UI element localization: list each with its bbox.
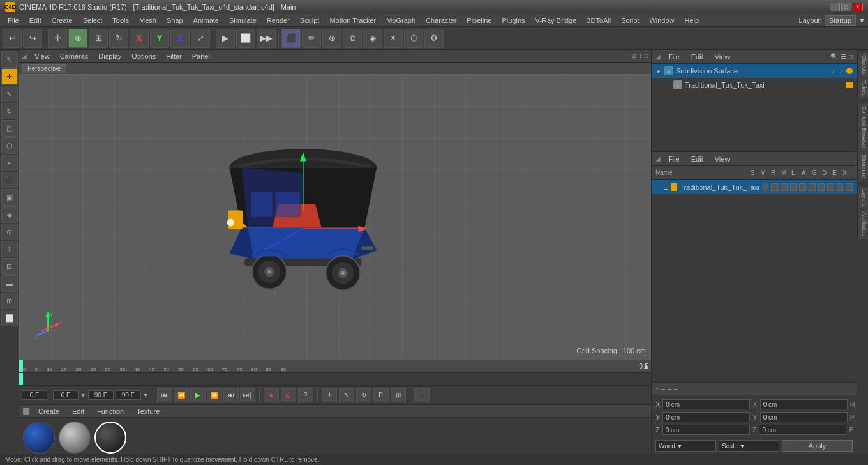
window-controls[interactable]: _ □ ✕	[830, 3, 863, 11]
material-ball-0[interactable]	[23, 422, 55, 454]
move-mode[interactable]: ✛	[1, 68, 18, 85]
menu-mesh[interactable]: Mesh	[134, 15, 161, 26]
x-axis-btn[interactable]: X	[130, 29, 149, 48]
edge-mode[interactable]: ⬛	[1, 172, 18, 188]
viewport-menu-cameras[interactable]: Cameras	[57, 52, 91, 60]
model-mode[interactable]: ◻	[1, 120, 18, 137]
end-frame-field2[interactable]	[116, 390, 141, 400]
timeline-mode[interactable]: ☰	[414, 388, 430, 402]
camera-object[interactable]: ◈	[363, 29, 382, 48]
perspective-tab[interactable]: Perspective	[22, 64, 66, 73]
attr-edit[interactable]: Edit	[687, 155, 707, 163]
obj-top-edit[interactable]: Edit	[687, 53, 707, 61]
menu-simulate[interactable]: Simulate	[224, 15, 262, 26]
layout-dropdown-icon[interactable]: ▼	[858, 17, 865, 24]
timeline-track[interactable]	[19, 373, 651, 385]
search-icon[interactable]: 🔍	[830, 53, 838, 60]
coord-x-pos[interactable]	[662, 399, 750, 409]
menu-window[interactable]: Window	[644, 15, 679, 26]
step-forward-button[interactable]: ⏩	[207, 388, 222, 402]
world-dropdown[interactable]: World ▼	[655, 440, 716, 452]
scale-tool[interactable]: ⊞	[89, 29, 108, 48]
vtab-attributes[interactable]: Attributes	[857, 210, 869, 239]
rotate-tool[interactable]: ↻	[109, 29, 128, 48]
record-toggle[interactable]: ●	[264, 388, 279, 402]
live-sel[interactable]: ⊡	[1, 258, 18, 275]
material-menu-function[interactable]: Function	[93, 408, 128, 415]
coord-z-pos[interactable]	[662, 425, 750, 435]
point-mode[interactable]: •	[1, 155, 18, 171]
fill-sel[interactable]: ⬜	[1, 310, 18, 326]
end-frame-field[interactable]	[88, 390, 114, 400]
nurbs-tool[interactable]: ⊛	[322, 29, 341, 48]
frame-scroll-arrow[interactable]: ▲	[643, 360, 650, 372]
light-object[interactable]: ☀	[384, 29, 403, 48]
menu-character[interactable]: Character	[421, 15, 461, 26]
render-region-btn[interactable]: ⬜	[236, 29, 255, 48]
3d-viewport[interactable]: Grid Spacing : 100 cm Y X Z	[19, 74, 651, 360]
menu-file[interactable]: File	[3, 15, 24, 26]
cube-primitive[interactable]: ⬛	[281, 29, 301, 48]
coord-x-rot[interactable]	[760, 399, 848, 409]
timeline-ruler[interactable]: 0 5 10 15 20 25 30 35 40 45 50 55 60 65 …	[19, 360, 651, 373]
texture-mode[interactable]: ⬡	[1, 137, 18, 154]
obj-row-subdivision[interactable]: ▶ S Subdivision Surface ✓ ✓	[652, 64, 857, 78]
scale-dropdown[interactable]: Scale ▼	[719, 440, 779, 452]
cursor-tool[interactable]: ✛	[48, 29, 67, 48]
help-button[interactable]: ?	[298, 388, 313, 402]
obj-top-file[interactable]: File	[664, 53, 684, 61]
rotate-mode[interactable]: ↻	[1, 103, 18, 119]
menu-plugins[interactable]: Plugins	[497, 15, 530, 26]
menu-create[interactable]: Create	[47, 15, 78, 26]
polygon-mode[interactable]: ▣	[1, 189, 18, 206]
paint-tool[interactable]: ⌇	[1, 241, 18, 257]
redo-button[interactable]: ↪	[23, 29, 42, 48]
close-button[interactable]: ✕	[853, 3, 863, 11]
y-axis-btn[interactable]: Y	[150, 29, 169, 48]
menu-tools[interactable]: Tools	[107, 15, 134, 26]
menu-snap[interactable]: Snap	[161, 15, 188, 26]
loop-sel[interactable]: ⊞	[1, 293, 18, 309]
menu-sculpt[interactable]: Sculpt	[295, 15, 325, 26]
z-axis-btn[interactable]: Z	[170, 29, 190, 48]
display-btn[interactable]: ⬡	[404, 29, 423, 48]
material-menu-edit[interactable]: Edit	[68, 408, 88, 415]
menu-mograph[interactable]: MoGraph	[381, 15, 421, 26]
attr-file[interactable]: File	[664, 155, 684, 163]
step-back-button[interactable]: ⏪	[174, 388, 189, 402]
undo-button[interactable]: ↩	[3, 29, 22, 48]
obj-child-expand[interactable]	[664, 82, 671, 88]
deformer-tool[interactable]: ⧉	[343, 29, 362, 48]
transport-arrow-down[interactable]: ▼	[80, 392, 86, 399]
brush-tool[interactable]: ⊙	[1, 224, 18, 240]
layout-value[interactable]: Startup	[825, 15, 856, 26]
scale-keys-btn[interactable]: ⤡	[339, 388, 354, 402]
record-active[interactable]: ◎	[281, 388, 296, 402]
start-frame-field[interactable]	[22, 390, 47, 400]
all-keys[interactable]: ⊞	[391, 388, 406, 402]
play-button[interactable]: ▶	[190, 388, 206, 402]
viewport-menu-display[interactable]: Display	[96, 52, 124, 60]
menu-animate[interactable]: Animate	[188, 15, 224, 26]
move-keys-btn[interactable]: ✛	[322, 388, 337, 402]
coord-y-rot[interactable]	[760, 412, 848, 422]
transform-tool[interactable]: ⤢	[191, 29, 210, 48]
apply-button[interactable]: Apply	[782, 440, 853, 452]
menu-script[interactable]: Script	[616, 15, 644, 26]
material-ball-2[interactable]	[94, 422, 126, 454]
spline-tool[interactable]: ✏	[302, 29, 321, 48]
vtab-takes[interactable]: Takes	[857, 78, 869, 98]
go-end-button[interactable]: ⏭	[223, 388, 239, 402]
viewport-menu-view[interactable]: View	[32, 52, 52, 60]
menu-3dtoall[interactable]: 3DToAll	[581, 15, 616, 26]
viewport-menu-panel[interactable]: Panel	[190, 52, 213, 60]
attr-row-tuktuk[interactable]: Traditional_Tuk_Tuk_Taxi	[652, 180, 857, 194]
go-end2-button[interactable]: ⏭|	[240, 388, 255, 402]
move-tool[interactable]: ⊕	[68, 29, 87, 48]
current-frame-field[interactable]	[53, 390, 79, 400]
coord-z-rot[interactable]	[759, 425, 846, 435]
obj-row-tuktuk[interactable]: L Traditional_Tuk_Tuk_Taxi	[652, 78, 857, 92]
position-key[interactable]: P	[373, 388, 389, 402]
obj-top-view[interactable]: View	[711, 53, 734, 61]
render-settings[interactable]: ⚙	[424, 29, 444, 48]
